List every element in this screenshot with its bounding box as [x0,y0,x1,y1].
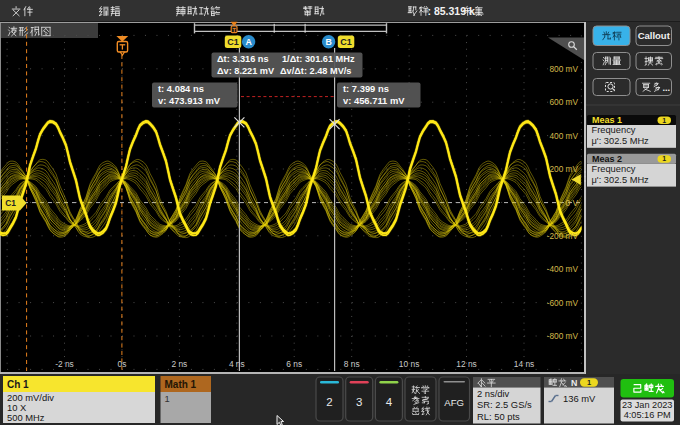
svg-text:2 ns/div: 2 ns/div [477,388,510,399]
svg-text:N: N [571,378,577,388]
svg-text:1: 1 [662,117,666,124]
svg-text:Δv: 8.221 mV: Δv: 8.221 mV [217,66,275,76]
svg-text:23 Jan 2023: 23 Jan 2023 [622,400,673,410]
svg-text:-600 mV: -600 mV [547,298,579,308]
svg-text:SR: 2.5 GS/s: SR: 2.5 GS/s [477,399,532,410]
svg-text:1: 1 [662,155,666,162]
svg-text:200 mV: 200 mV [549,164,578,174]
svg-text:600 mV: 600 mV [549,97,578,107]
svg-text:C1: C1 [227,37,239,47]
svg-text:AFG: AFG [444,397,464,408]
svg-text:1: 1 [587,378,591,387]
svg-text:Meas 2: Meas 2 [592,154,622,164]
svg-text:0s: 0s [117,359,126,369]
svg-text:136 mV: 136 mV [563,393,596,404]
svg-text:12 ns: 12 ns [456,359,477,369]
svg-text:500 MHz: 500 MHz [7,412,45,423]
svg-text:10 ns: 10 ns [399,359,420,369]
svg-text:A: A [245,37,252,47]
svg-text:t: 7.399 ns: t: 7.399 ns [343,83,389,94]
svg-text:Callout: Callout [638,30,671,41]
svg-text:-2 ns: -2 ns [55,359,74,369]
svg-text:4: 4 [386,396,393,408]
svg-text:C1: C1 [5,198,16,208]
svg-text:2 ns: 2 ns [171,359,187,369]
svg-text:Frequency: Frequency [592,164,636,174]
svg-text:T: T [232,27,236,33]
svg-text:t: 4.084 ns: t: 4.084 ns [158,83,204,94]
svg-text:4:05:16 PM: 4:05:16 PM [624,410,671,420]
svg-text:-400 mV: -400 mV [547,264,579,274]
svg-text:μ': 302.5 MHz: μ': 302.5 MHz [592,136,650,146]
svg-text:800 mV: 800 mV [549,64,578,74]
svg-text:B: B [325,37,331,47]
svg-text:Δt: 3.316 ns: Δt: 3.316 ns [217,54,269,64]
svg-text:3: 3 [356,396,362,408]
svg-text:8 ns: 8 ns [344,359,360,369]
svg-text:1: 1 [165,393,170,404]
svg-text:1/Δt: 301.61 MHz: 1/Δt: 301.61 MHz [282,54,355,64]
svg-text:-800 mV: -800 mV [547,331,579,341]
svg-text:C1: C1 [340,37,352,47]
svg-text:-200 mV: -200 mV [547,231,579,241]
svg-text:Δv/Δt: 2.48 MV/s: Δv/Δt: 2.48 MV/s [280,66,351,76]
svg-text:4 ns: 4 ns [229,359,245,369]
svg-text:Math 1: Math 1 [165,379,197,390]
svg-text:2: 2 [326,396,332,408]
svg-text:Frequency: Frequency [592,125,636,135]
svg-text:14 ns: 14 ns [514,359,535,369]
svg-text:6 ns: 6 ns [286,359,302,369]
svg-text:400 mV: 400 mV [549,131,578,141]
svg-text:0 V: 0 V [566,198,579,208]
svg-text:v: 473.913 mV: v: 473.913 mV [158,95,221,106]
svg-text:μ': 302.5 MHz: μ': 302.5 MHz [592,175,650,185]
svg-text:...: ... [663,83,671,93]
svg-text:v: 456.711 mV: v: 456.711 mV [343,95,405,106]
svg-text:RL: 50 pts: RL: 50 pts [477,411,520,422]
svg-text:Meas 1: Meas 1 [592,115,622,125]
svg-text:Ch 1: Ch 1 [7,379,29,390]
